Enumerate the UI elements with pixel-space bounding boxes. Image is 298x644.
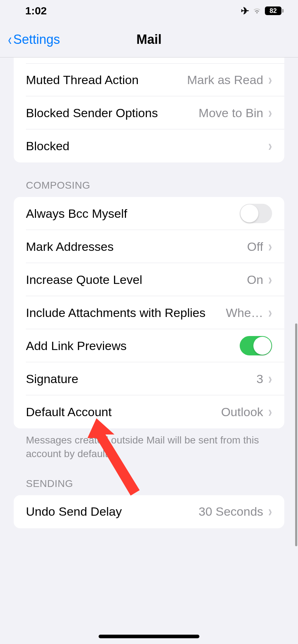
row-value: Move to Bin [199, 106, 263, 120]
chevron-right-icon: › [268, 403, 272, 420]
row-label: Blocked [26, 139, 268, 153]
wifi-icon [252, 5, 262, 17]
undo-send-delay-row[interactable]: Undo Send Delay 30 Seconds › [14, 495, 284, 528]
chevron-right-icon: › [268, 104, 272, 121]
back-chevron-icon: ‹ [8, 31, 12, 49]
row-value: On [247, 273, 263, 287]
row-value: Whe… [226, 306, 263, 320]
chevron-right-icon: › [268, 137, 272, 155]
row-label: Always Bcc Myself [26, 207, 240, 221]
default-account-row[interactable]: Default Account Outlook › [14, 395, 284, 428]
airplane-mode-icon: ✈ [241, 5, 249, 17]
composing-footer: Messages created outside Mail will be se… [0, 428, 298, 461]
row-value: 3 [256, 372, 263, 386]
composing-header: Composing [0, 162, 298, 197]
home-indicator[interactable] [99, 635, 199, 638]
row-value: Mark as Read [187, 73, 263, 87]
chevron-right-icon: › [268, 304, 272, 321]
row-label: Blocked Sender Options [26, 106, 199, 120]
battery-level: 82 [265, 6, 281, 15]
increase-quote-level-row[interactable]: Increase Quote Level On › [14, 263, 284, 296]
back-button[interactable]: ‹ Settings [0, 31, 60, 49]
mark-addresses-row[interactable]: Mark Addresses Off › [14, 230, 284, 263]
row-label: Add Link Previews [26, 339, 240, 353]
status-bar: 1:02 ✈ 82 [0, 0, 298, 22]
blocked-row[interactable]: Blocked › [14, 129, 284, 162]
muted-thread-action-row[interactable]: Muted Thread Action Mark as Read › [14, 63, 284, 96]
status-right: ✈ 82 [241, 5, 284, 17]
row-label: Muted Thread Action [26, 73, 187, 87]
row-label: Include Attachments with Replies [26, 306, 226, 320]
sending-section: Undo Send Delay 30 Seconds › [14, 495, 284, 528]
scroll-indicator[interactable] [295, 323, 297, 546]
chevron-right-icon: › [268, 503, 272, 520]
nav-bar: ‹ Settings Mail [0, 22, 298, 58]
row-label: Increase Quote Level [26, 273, 247, 287]
back-label: Settings [13, 32, 60, 47]
always-bcc-myself-row: Always Bcc Myself [14, 197, 284, 230]
row-value: Outlook [221, 405, 263, 419]
sending-header: Sending [0, 461, 298, 495]
battery-tip [282, 9, 284, 13]
row-value: Off [247, 240, 263, 254]
blocked-sender-options-row[interactable]: Blocked Sender Options Move to Bin › [14, 96, 284, 129]
chevron-right-icon: › [268, 238, 272, 255]
include-attachments-row[interactable]: Include Attachments with Replies Whe… › [14, 296, 284, 329]
row-value: 30 Seconds [199, 505, 263, 519]
composing-section: Always Bcc Myself Mark Addresses Off › I… [14, 197, 284, 428]
row-label: Mark Addresses [26, 240, 247, 254]
threading-section: Muted Thread Action Mark as Read › Block… [14, 58, 284, 162]
battery-indicator: 82 [265, 6, 284, 15]
toggle-knob [240, 204, 258, 222]
nav-title: Mail [136, 32, 162, 47]
always-bcc-myself-toggle[interactable] [240, 204, 272, 223]
status-time: 1:02 [25, 5, 47, 17]
add-link-previews-row: Add Link Previews [14, 329, 284, 362]
chevron-right-icon: › [268, 370, 272, 387]
row-label: Undo Send Delay [26, 505, 199, 519]
add-link-previews-toggle[interactable] [240, 336, 272, 355]
row-label: Default Account [26, 405, 221, 419]
chevron-right-icon: › [268, 271, 272, 288]
chevron-right-icon: › [268, 71, 272, 88]
content: Muted Thread Action Mark as Read › Block… [0, 58, 298, 528]
toggle-knob [253, 337, 271, 355]
signature-row[interactable]: Signature 3 › [14, 362, 284, 395]
row-label: Signature [26, 372, 256, 386]
